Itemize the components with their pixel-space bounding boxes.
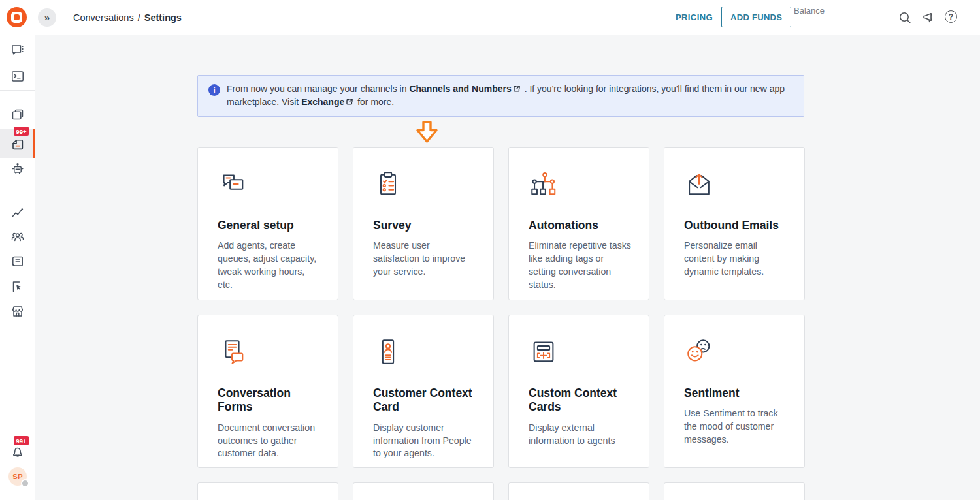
sidebar-item-console[interactable] bbox=[0, 63, 35, 89]
card-description: Display customer information from People… bbox=[373, 422, 478, 461]
exchange-link[interactable]: Exchange bbox=[301, 97, 344, 107]
card-outbound-emails[interactable]: Outbound Emails Personalize email conten… bbox=[664, 147, 805, 300]
duplicate-chat-icon bbox=[10, 106, 25, 122]
sidebar-item-people[interactable] bbox=[0, 224, 35, 250]
card-partial[interactable] bbox=[664, 482, 805, 500]
pricing-link[interactable]: PRICING bbox=[676, 0, 713, 35]
chat-dots-icon bbox=[10, 42, 25, 58]
sidebar-item-knowledge-base[interactable] bbox=[0, 249, 35, 275]
add-funds-button[interactable]: ADD FUNDS bbox=[721, 7, 791, 27]
card-general-setup[interactable]: General setup Add agents, create queues,… bbox=[197, 147, 338, 300]
card-description: Personalize email content by making dyna… bbox=[684, 240, 789, 279]
question-mark-icon: ? bbox=[949, 12, 953, 22]
card-title: Custom Context Cards bbox=[529, 386, 633, 414]
people-icon bbox=[10, 229, 25, 245]
chevron-double-right-icon: » bbox=[44, 12, 50, 23]
card-customer-context-card[interactable]: Customer Context Card Display customer i… bbox=[353, 315, 494, 468]
terminal-icon bbox=[10, 69, 25, 84]
infobip-logo-icon[interactable] bbox=[7, 7, 27, 27]
card-partial[interactable] bbox=[353, 482, 494, 500]
card-title: Sentiment bbox=[684, 386, 789, 400]
card-automations[interactable]: Automations Eliminate repetitive tasks l… bbox=[508, 147, 649, 300]
card-survey[interactable]: Survey Measure user satisfaction to impr… bbox=[353, 147, 494, 300]
sidebar-item-conversations[interactable] bbox=[0, 37, 35, 63]
card-description: Display external information to agents bbox=[529, 422, 633, 448]
banner-intro: From now you can manage your channels in bbox=[227, 84, 409, 94]
custom-context-cards-icon bbox=[529, 337, 633, 369]
notifications-badge: 99+ bbox=[14, 436, 29, 445]
card-custom-context-cards[interactable]: Custom Context Cards Display external in… bbox=[508, 315, 649, 468]
settings-main: i From now you can manage your channels … bbox=[35, 35, 980, 500]
card-description: Eliminate repetitive tasks like adding t… bbox=[529, 240, 633, 292]
sentiment-icon bbox=[684, 337, 789, 369]
sidebar: 99+ 99+ SP bbox=[0, 35, 35, 500]
general-setup-icon bbox=[218, 169, 322, 202]
breadcrumb: Conversations / Settings bbox=[73, 0, 182, 35]
card-description: Use Sentiment to track the mood of custo… bbox=[684, 407, 789, 446]
status-indicator bbox=[21, 479, 29, 488]
storefront-icon bbox=[10, 304, 25, 319]
sidebar-divider bbox=[0, 90, 35, 91]
search-icon bbox=[897, 10, 913, 25]
card-conversation-forms[interactable]: Conversation Forms Document conversation… bbox=[197, 315, 338, 468]
inbox-note-icon bbox=[10, 137, 25, 153]
card-description: Document conversation outcomes to gather… bbox=[218, 422, 322, 461]
card-description: Measure user satisfaction to improve you… bbox=[373, 240, 478, 279]
logo-inner-ring bbox=[11, 12, 22, 23]
outbound-emails-icon bbox=[684, 169, 789, 202]
announcements-button[interactable] bbox=[921, 10, 936, 25]
card-title: Automations bbox=[529, 219, 633, 232]
customer-context-card-icon bbox=[373, 337, 478, 369]
search-button[interactable] bbox=[897, 10, 913, 25]
sidebar-divider bbox=[0, 191, 35, 191]
sidebar-item-analytics[interactable] bbox=[0, 199, 35, 225]
bell-icon bbox=[10, 444, 25, 460]
help-button[interactable]: ? bbox=[945, 10, 957, 23]
card-title: Conversation Forms bbox=[218, 386, 322, 414]
banner-outro: for more. bbox=[355, 97, 394, 107]
sidebar-item-flows[interactable] bbox=[0, 273, 35, 300]
topbar: » Conversations / Settings PRICING ADD F… bbox=[0, 0, 980, 35]
info-icon: i bbox=[208, 84, 220, 96]
conversation-forms-icon bbox=[218, 337, 322, 369]
external-link-icon bbox=[512, 84, 522, 94]
sidebar-item-marketplace[interactable] bbox=[0, 298, 35, 324]
breadcrumb-current-page: Settings bbox=[144, 12, 182, 23]
survey-icon bbox=[373, 169, 478, 202]
chart-icon bbox=[10, 204, 25, 220]
breadcrumb-separator: / bbox=[138, 12, 140, 23]
sidebar-item-chatbots[interactable] bbox=[0, 156, 35, 182]
expand-sidebar-button[interactable]: » bbox=[38, 8, 56, 27]
card-description: Add agents, create queues, adjust capaci… bbox=[218, 240, 322, 292]
bot-icon bbox=[10, 161, 25, 177]
down-arrow-pointer-icon bbox=[415, 120, 439, 144]
breadcrumb-section[interactable]: Conversations bbox=[73, 12, 134, 23]
info-banner: i From now you can manage your channels … bbox=[197, 75, 804, 117]
settings-card-grid: General setup Add agents, create queues,… bbox=[197, 147, 805, 500]
card-title: Outbound Emails bbox=[684, 219, 789, 232]
channels-and-numbers-link[interactable]: Channels and Numbers bbox=[409, 84, 511, 94]
inbox-badge: 99+ bbox=[14, 127, 29, 136]
flag-pointer-icon bbox=[10, 279, 25, 294]
book-icon bbox=[10, 254, 25, 270]
sidebar-item-all-conversations[interactable] bbox=[0, 101, 35, 127]
card-partial[interactable] bbox=[508, 482, 649, 500]
card-sentiment[interactable]: Sentiment Use Sentiment to track the moo… bbox=[664, 315, 805, 468]
automations-icon bbox=[529, 169, 633, 202]
logo-core bbox=[14, 14, 20, 20]
megaphone-icon bbox=[921, 10, 936, 25]
card-partial[interactable] bbox=[197, 482, 338, 500]
card-title: Survey bbox=[373, 219, 478, 232]
balance-label: Balance bbox=[794, 6, 825, 16]
external-link-icon bbox=[344, 97, 355, 107]
card-title: Customer Context Card bbox=[373, 386, 478, 414]
banner-text: From now you can manage your channels in… bbox=[227, 82, 791, 109]
card-title: General setup bbox=[218, 219, 322, 232]
topbar-divider bbox=[879, 8, 879, 26]
